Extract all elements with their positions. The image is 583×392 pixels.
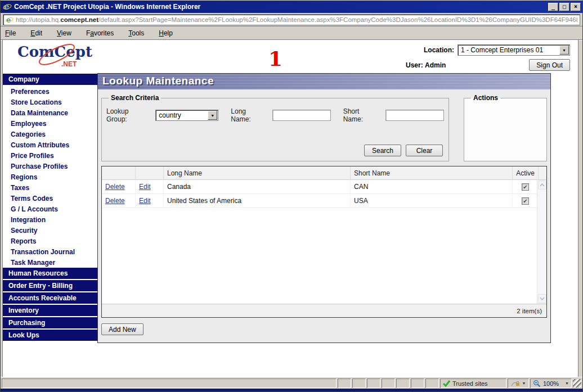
clear-button[interactable]: Clear xyxy=(406,145,443,156)
user-label: User: Admin xyxy=(406,61,446,69)
maximize-button[interactable]: □ xyxy=(559,3,569,11)
sidebar-item-custom-attributes[interactable]: Custom Attributes xyxy=(3,139,97,150)
main-panel: Lookup Maintenance Search Criteria Looku… xyxy=(97,73,551,343)
sidebar-item-price-profiles[interactable]: Price Profiles xyxy=(3,150,97,161)
edit-link[interactable]: Edit xyxy=(139,197,151,205)
sidebar-item-transaction-journal[interactable]: Transaction Journal xyxy=(3,246,97,257)
svg-text:e: e xyxy=(6,16,11,24)
lock-icon xyxy=(511,380,520,387)
scroll-up-icon[interactable] xyxy=(538,181,546,190)
search-criteria-legend: Search Criteria xyxy=(109,94,161,102)
sidebar-item-store-locations[interactable]: Store Locations xyxy=(3,97,97,107)
sidebar-item-purchasing[interactable]: Purchasing xyxy=(3,317,97,330)
menu-view[interactable]: View xyxy=(57,29,71,37)
column-header-long-name: Long Name xyxy=(164,166,351,179)
chevron-down-icon[interactable]: ▼ xyxy=(559,46,569,55)
lookup-table: Long NameShort NameActive DeleteEditCana… xyxy=(101,166,547,318)
location-label: Location: xyxy=(424,46,454,54)
status-message-panel xyxy=(2,379,337,388)
add-new-button[interactable]: Add New xyxy=(101,323,143,335)
sidebar-item-categories[interactable]: Categories xyxy=(3,129,97,139)
annotation-marker: 1 xyxy=(268,47,282,70)
sidebar-item-g-l-accounts[interactable]: G / L Accounts xyxy=(3,204,97,214)
ie-logo-icon: e xyxy=(3,2,12,11)
resize-grip[interactable] xyxy=(573,379,581,388)
sidebar-item-accounts-receivable[interactable]: Accounts Receivable xyxy=(3,292,97,305)
title-bar: e ComCept .NET Project Utopia - Windows … xyxy=(1,1,582,13)
chevron-down-icon[interactable]: ▼ xyxy=(565,381,569,385)
column-header-blank-0 xyxy=(102,166,136,179)
delete-link[interactable]: Delete xyxy=(105,183,125,191)
long-name-label: Long Name: xyxy=(231,107,267,123)
sidebar-item-reports[interactable]: Reports xyxy=(3,236,97,246)
zoom-level: 100% xyxy=(543,380,559,387)
comcept-logo: ComCept .NET xyxy=(17,43,96,70)
delete-link[interactable]: Delete xyxy=(105,197,125,205)
long-name-input[interactable] xyxy=(272,110,331,121)
logo-net-text: .NET xyxy=(61,60,77,68)
sidebar-item-order-entry-billing[interactable]: Order Entry - Billing xyxy=(3,280,97,292)
close-button[interactable]: × xyxy=(571,3,581,11)
long-name-cell: Canada xyxy=(167,183,191,191)
lookup-group-select[interactable]: country ▼ xyxy=(155,110,218,121)
table-row: DeleteEditCanadaCAN✔ xyxy=(102,180,546,194)
address-input[interactable]: e http://utopia.hq.comcept.net/default.a… xyxy=(3,14,580,25)
short-name-cell: USA xyxy=(354,197,368,205)
trusted-check-icon xyxy=(443,380,450,387)
sidebar-item-terms-codes[interactable]: Terms Codes xyxy=(3,193,97,204)
zoom-panel[interactable]: 100% ▼ xyxy=(530,379,572,388)
long-name-cell: United States of America xyxy=(167,197,241,205)
menu-file[interactable]: File xyxy=(5,29,16,37)
sidebar-item-employees[interactable]: Employees xyxy=(3,118,97,129)
location-select[interactable]: 1 - Comcept Enterprises 01 ▼ xyxy=(458,44,570,56)
status-panel-empty xyxy=(338,379,351,388)
sidebar-item-purchase-profiles[interactable]: Purchase Profiles xyxy=(3,161,97,172)
sidebar-item-integration[interactable]: Integration xyxy=(3,214,97,225)
sidebar-item-inventory[interactable]: Inventory xyxy=(3,305,97,317)
logo-text: ComCept xyxy=(17,43,92,60)
browser-window: e ComCept .NET Project Utopia - Windows … xyxy=(0,0,583,392)
sidebar-item-look-ups[interactable]: Look Ups xyxy=(3,330,97,342)
minimize-button[interactable]: _ xyxy=(548,3,558,11)
sidebar-item-preferences[interactable]: Preferences xyxy=(3,86,97,97)
protected-mode-panel[interactable]: ▼ xyxy=(508,379,529,388)
search-button[interactable]: Search xyxy=(364,145,401,156)
column-header-short-name: Short Name xyxy=(351,166,513,179)
security-zone-panel: Trusted sites xyxy=(440,379,506,388)
sidebar-item-data-maintenance[interactable]: Data Maintenance xyxy=(3,107,97,118)
sidebar-item-taxes[interactable]: Taxes xyxy=(3,182,97,193)
window-bottom-edge xyxy=(1,389,582,391)
sidebar-item-human-resources[interactable]: Human Resources xyxy=(3,268,97,280)
short-name-cell: CAN xyxy=(354,183,368,191)
sidebar-item-regions[interactable]: Regions xyxy=(3,172,97,182)
sidebar-item-company[interactable]: Company xyxy=(3,74,97,86)
menu-help[interactable]: Help xyxy=(159,29,173,37)
sidebar-item-task-manager[interactable]: Task Manager xyxy=(3,257,97,268)
page-title: Lookup Maintenance xyxy=(98,74,550,89)
active-checkbox: ✔ xyxy=(522,197,529,205)
status-panel-empty xyxy=(396,379,410,388)
window-title: ComCept .NET Project Utopia - Windows In… xyxy=(14,3,548,11)
sidebar-item-security[interactable]: Security xyxy=(3,225,97,236)
status-panel-empty xyxy=(367,379,380,388)
chevron-down-icon[interactable]: ▼ xyxy=(208,111,217,120)
menu-edit[interactable]: Edit xyxy=(30,29,42,37)
vertical-scrollbar[interactable] xyxy=(537,180,546,304)
sidebar-nav: CompanyPreferencesStore LocationsData Ma… xyxy=(3,73,97,377)
status-panel-empty xyxy=(382,379,395,388)
chevron-down-icon[interactable]: ▼ xyxy=(522,381,526,385)
address-bar: e http://utopia.hq.comcept.net/default.a… xyxy=(1,13,582,26)
menu-favorites[interactable]: Favorites xyxy=(86,29,114,37)
short-name-input[interactable] xyxy=(385,110,444,121)
status-bar: Trusted sites ▼ 100% ▼ xyxy=(1,377,582,389)
status-panel-empty xyxy=(352,379,366,388)
status-panel-empty xyxy=(411,379,424,388)
edit-link[interactable]: Edit xyxy=(139,183,151,191)
scroll-down-icon[interactable] xyxy=(538,294,546,303)
menu-tools[interactable]: Tools xyxy=(128,29,144,37)
zoom-magnifier-icon xyxy=(533,380,541,388)
sign-out-button[interactable]: Sign Out xyxy=(529,59,570,71)
menu-bar: FileEditViewFavoritesToolsHelp xyxy=(1,26,582,40)
svg-text:e: e xyxy=(4,2,10,11)
search-criteria-fieldset: Search Criteria Lookup Group: country ▼ … xyxy=(101,94,449,161)
